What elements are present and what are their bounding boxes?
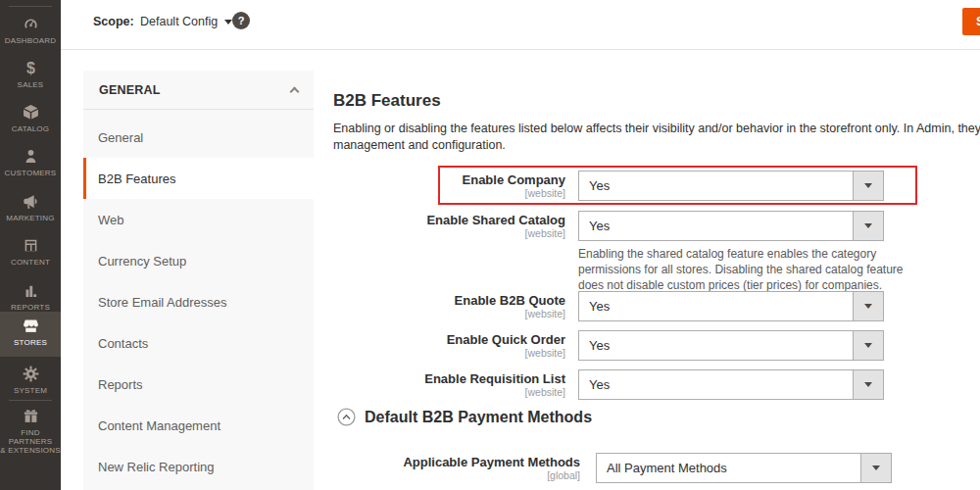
scope-label: Scope: <box>93 15 134 28</box>
field-row-enable-shared-catalog: Enable Shared Catalog [website] Yes Enab… <box>333 211 908 293</box>
customers-icon <box>23 148 39 165</box>
config-nav-item-contacts[interactable]: Contacts <box>83 322 314 364</box>
system-icon <box>23 366 39 382</box>
reports-icon <box>23 282 39 299</box>
enable-requisition-list-select[interactable]: Yes <box>578 369 884 400</box>
admin-sidebar: DASHBOARD $ SALES CATALOG CUSTOMERS MARK… <box>0 0 61 490</box>
config-nav-section-general[interactable]: GENERAL <box>83 71 314 110</box>
sidebar-item-label: CATALOG <box>12 124 49 133</box>
field-row-enable-quick-order: Enable Quick Order [website] Yes <box>333 330 884 361</box>
field-row-enable-b2b-quote: Enable B2B Quote [website] Yes <box>333 291 884 321</box>
save-config-button[interactable]: Save Config <box>962 8 980 35</box>
help-icon[interactable]: ? <box>232 12 250 29</box>
field-scope-hint: [website] <box>333 386 565 399</box>
config-nav-item-reports[interactable]: Reports <box>83 364 314 405</box>
description-line-2: management and configuration. <box>333 138 506 152</box>
scope-value: Default Config <box>140 15 218 28</box>
sidebar-item-catalog[interactable]: CATALOG <box>0 102 61 133</box>
sidebar-divider <box>9 6 52 7</box>
sidebar-item-label: CONTENT <box>11 258 50 267</box>
sidebar-item-reports[interactable]: REPORTS <box>0 280 61 312</box>
sidebar-item-label: CUSTOMERS <box>5 169 57 177</box>
config-nav-item-general[interactable]: General <box>83 117 314 158</box>
config-nav-item-b2b-features[interactable]: B2B Features <box>83 158 314 199</box>
page-title: B2B Features <box>333 91 441 111</box>
chevron-down-icon[interactable] <box>853 370 883 399</box>
stores-icon <box>23 318 39 334</box>
config-nav-item-new-relic-reporting[interactable]: New Relic Reporting <box>83 446 314 487</box>
config-nav-item-web[interactable]: Web <box>83 199 314 240</box>
sidebar-item-label: FIND PARTNERS& EXTENSIONS <box>0 428 61 455</box>
select-value: All Payment Methods <box>597 454 860 482</box>
payment-methods-section-heading: Default B2B Payment Methods <box>337 408 592 426</box>
content-icon <box>23 237 39 254</box>
marketing-icon <box>23 193 39 210</box>
field-note: Enabling the shared catalog feature enab… <box>578 246 908 293</box>
sidebar-item-label: REPORTS <box>11 303 50 312</box>
chevron-down-icon[interactable] <box>853 292 883 320</box>
field-scope-hint: [website] <box>333 308 565 320</box>
description-line-1: Enabling or disabling the features liste… <box>333 122 980 135</box>
field-label: Applicable Payment Methods <box>333 456 580 469</box>
highlight-box <box>438 166 917 205</box>
sidebar-item-dashboard[interactable]: DASHBOARD <box>0 14 61 45</box>
svg-text:$: $ <box>26 60 35 76</box>
field-scope-hint: [website] <box>333 227 565 240</box>
dashboard-icon <box>23 16 39 32</box>
collapse-section-icon[interactable] <box>337 408 356 426</box>
sidebar-item-label: SALES <box>18 80 44 89</box>
config-nav-item-content-management[interactable]: Content Management <box>83 405 314 446</box>
sidebar-item-find-partners[interactable]: FIND PARTNERS& EXTENSIONS <box>0 406 61 455</box>
chevron-down-icon[interactable] <box>853 331 883 360</box>
sidebar-item-label: DASHBOARD <box>5 36 56 45</box>
enable-b2b-quote-select[interactable]: Yes <box>578 291 884 321</box>
field-row-applicable-payment-methods: Applicable Payment Methods [global] All … <box>333 453 892 483</box>
scope-bar: Scope: Default Config ? Save Config <box>61 0 980 50</box>
catalog-icon <box>23 104 39 121</box>
field-label: Enable Shared Catalog <box>333 214 565 227</box>
sidebar-item-content[interactable]: CONTENT <box>0 235 61 267</box>
sidebar-item-system[interactable]: SYSTEM <box>0 364 61 395</box>
sales-icon: $ <box>23 60 39 76</box>
chevron-down-icon[interactable] <box>853 212 883 240</box>
applicable-payment-methods-select[interactable]: All Payment Methods <box>596 453 892 483</box>
field-label: Enable B2B Quote <box>333 294 565 308</box>
field-row-enable-requisition-list: Enable Requisition List [website] Yes <box>333 369 884 400</box>
scope-switcher[interactable]: Default Config <box>140 15 232 28</box>
config-nav-item-currency-setup[interactable]: Currency Setup <box>83 240 314 281</box>
sidebar-item-label: STORES <box>14 338 47 347</box>
enable-shared-catalog-select[interactable]: Yes <box>578 211 884 241</box>
config-nav-panel: GENERAL General B2B Features Web Currenc… <box>83 71 314 490</box>
enable-quick-order-select[interactable]: Yes <box>578 330 884 361</box>
chevron-up-icon <box>290 86 300 96</box>
select-value: Yes <box>579 331 853 360</box>
select-value: Yes <box>579 212 853 240</box>
section-title: GENERAL <box>99 83 161 97</box>
field-label: Enable Requisition List <box>333 372 565 386</box>
sidebar-item-label: SYSTEM <box>14 386 47 395</box>
select-value: Yes <box>579 292 853 320</box>
sidebar-item-stores[interactable]: STORES <box>0 312 61 357</box>
chevron-down-icon[interactable] <box>860 454 891 482</box>
sidebar-item-customers[interactable]: CUSTOMERS <box>0 146 61 177</box>
config-nav-item-store-email-addresses[interactable]: Store Email Addresses <box>83 281 314 322</box>
field-label: Enable Quick Order <box>333 333 565 347</box>
select-value: Yes <box>579 370 853 399</box>
section-title: Default B2B Payment Methods <box>365 409 592 426</box>
sidebar-divider <box>9 400 52 401</box>
field-scope-hint: [global] <box>333 469 580 482</box>
sidebar-item-label: MARKETING <box>6 214 54 222</box>
config-nav-items: General B2B Features Web Currency Setup … <box>83 110 314 487</box>
field-scope-hint: [website] <box>333 347 565 360</box>
sidebar-item-sales[interactable]: $ SALES <box>0 58 61 89</box>
extensions-icon <box>23 408 39 424</box>
sidebar-item-marketing[interactable]: MARKETING <box>0 191 61 222</box>
